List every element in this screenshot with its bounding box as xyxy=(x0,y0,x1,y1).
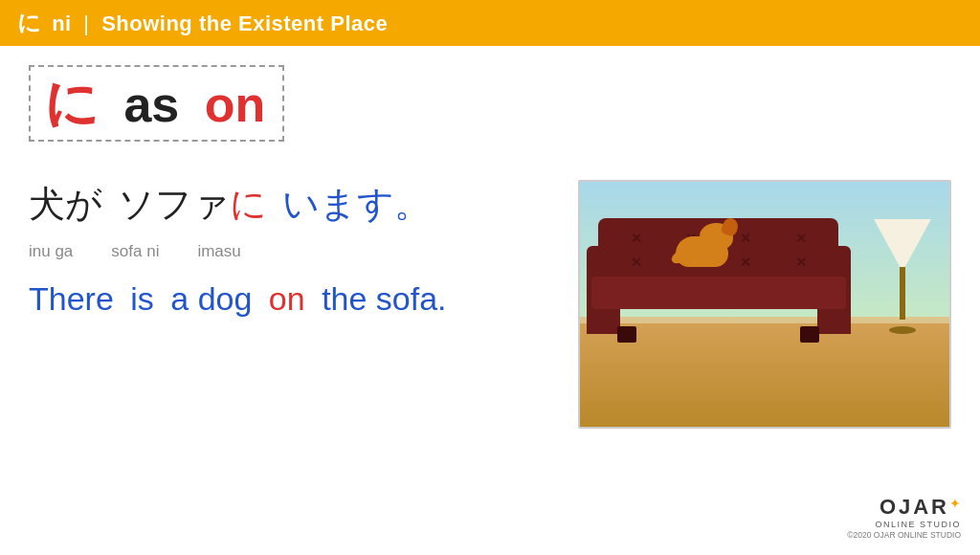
logo-ojar-text: OJAR xyxy=(880,495,949,519)
dog-ear xyxy=(720,216,740,237)
header-title: に ni | Showing the Existent Place xyxy=(17,8,388,38)
logo-area: OJAR✦ ONLINE STUDIO ©2020 OJAR ONLINE ST… xyxy=(847,495,961,540)
illustration: ✕ ✕ ✕ ✕ ✕ ✕ ✕ ✕ xyxy=(578,180,951,429)
sofa-seat xyxy=(591,277,846,310)
sofa-ni-particle: に xyxy=(230,184,267,224)
sofa-leg-left xyxy=(617,326,636,343)
header-ni-char: に xyxy=(17,10,42,35)
keyword-box: に as on xyxy=(29,65,284,142)
lamp-pole xyxy=(900,267,905,320)
header-bar: に ni | Showing the Existent Place xyxy=(0,0,980,46)
keyword-as: as xyxy=(123,77,179,132)
text-block: 犬が ソファに います。 inu ga sofa ni imasu There … xyxy=(29,180,549,318)
lamp xyxy=(874,219,931,334)
scene: ✕ ✕ ✕ ✕ ✕ ✕ ✕ ✕ xyxy=(580,182,949,427)
word-imasu: います。 xyxy=(282,180,431,229)
x-mark: ✕ xyxy=(775,229,826,248)
x-mark: ✕ xyxy=(611,229,661,248)
word-inu-ga: 犬が xyxy=(29,180,102,229)
eng-end: the sofa. xyxy=(322,280,446,317)
star-icon: ✦ xyxy=(949,496,961,511)
word-sofa: ソファに xyxy=(118,180,267,229)
header-main-title: Showing the Existent Place xyxy=(101,11,388,35)
romaji-sofa-ni: sofa ni xyxy=(111,242,159,261)
eng-there: There xyxy=(29,280,114,317)
keyword-on: on xyxy=(205,77,266,132)
main-content: に as on 犬が ソファに います。 inu ga sofa ni imas… xyxy=(0,46,980,448)
lamp-shade xyxy=(874,219,931,272)
japanese-sentence: 犬が ソファに います。 xyxy=(29,180,549,229)
sentence-section: 犬が ソファに います。 inu ga sofa ni imasu There … xyxy=(29,180,951,429)
romaji-line: inu ga sofa ni imasu xyxy=(29,242,549,261)
english-sentence: There is a dog on the sofa. xyxy=(29,280,549,318)
dog-head xyxy=(700,223,733,250)
romaji-inu-ga: inu ga xyxy=(29,242,73,261)
header-separator: | xyxy=(83,11,89,35)
eng-on: on xyxy=(269,280,305,317)
lamp-base xyxy=(889,326,916,334)
romaji-imasu: imasu xyxy=(197,242,240,261)
sofa-text: ソファ xyxy=(118,184,230,224)
keyword-text: に as on xyxy=(44,77,265,132)
sofa-leg-right xyxy=(800,326,819,343)
eng-middle: a dog xyxy=(170,280,252,317)
dog xyxy=(666,219,752,277)
keyword-ni: に xyxy=(44,73,99,133)
header-ni-romaji: ni xyxy=(52,11,72,35)
logo-subtitle: ONLINE STUDIO xyxy=(847,520,961,529)
logo-copyright: ©2020 OJAR ONLINE STUDIO xyxy=(847,530,961,540)
eng-is: is xyxy=(130,280,154,317)
sofa: ✕ ✕ ✕ ✕ ✕ ✕ ✕ ✕ xyxy=(598,224,838,334)
